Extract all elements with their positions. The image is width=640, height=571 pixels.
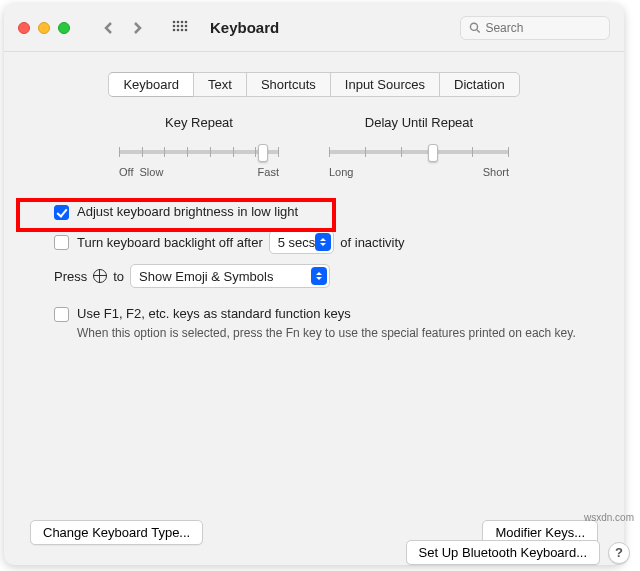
key-repeat-off-label: Off: [119, 166, 133, 178]
fn-keys-checkbox[interactable]: [54, 307, 69, 322]
titlebar: Keyboard: [4, 4, 624, 52]
watermark-text: wsxdn.com: [584, 512, 634, 523]
key-repeat-slider[interactable]: [119, 142, 279, 162]
delay-title: Delay Until Repeat: [329, 115, 509, 130]
key-repeat-fast-label: Fast: [258, 166, 279, 178]
svg-point-12: [470, 23, 477, 30]
adjust-brightness-checkbox[interactable]: [54, 205, 69, 220]
backlight-off-checkbox[interactable]: [54, 235, 69, 250]
close-icon[interactable]: [18, 22, 30, 34]
zoom-icon[interactable]: [58, 22, 70, 34]
key-repeat-title: Key Repeat: [119, 115, 279, 130]
search-icon: [469, 21, 480, 34]
fn-keys-label: Use F1, F2, etc. keys as standard functi…: [77, 306, 351, 321]
tab-keyboard[interactable]: Keyboard: [108, 72, 194, 97]
delay-long-label: Long: [329, 166, 353, 178]
key-repeat-group: Key Repeat Off Slow Fast: [119, 115, 279, 178]
tab-input-sources[interactable]: Input Sources: [330, 72, 440, 97]
svg-point-7: [185, 24, 188, 27]
svg-point-9: [177, 28, 180, 31]
svg-point-6: [181, 24, 184, 27]
tab-shortcuts[interactable]: Shortcuts: [246, 72, 331, 97]
change-keyboard-type-button[interactable]: Change Keyboard Type...: [30, 520, 203, 545]
pane-body: Keyboard Text Shortcuts Input Sources Di…: [4, 52, 624, 565]
forward-button[interactable]: [124, 15, 150, 41]
globe-action-value: Show Emoji & Symbols: [139, 269, 273, 284]
show-all-icon[interactable]: [170, 18, 190, 38]
fn-keys-description: When this option is selected, press the …: [77, 325, 576, 342]
press-label: Press: [54, 269, 87, 284]
tab-bar: Keyboard Text Shortcuts Input Sources Di…: [108, 72, 519, 97]
svg-point-5: [177, 24, 180, 27]
backlight-off-row: Turn keyboard backlight off after 5 secs…: [54, 230, 594, 254]
window-controls: [18, 22, 70, 34]
svg-point-4: [173, 24, 176, 27]
svg-point-2: [181, 20, 184, 23]
globe-icon: [93, 269, 107, 283]
help-button[interactable]: ?: [608, 542, 630, 564]
preferences-window: Keyboard Keyboard Text Shortcuts Input S…: [4, 4, 624, 565]
backlight-off-suffix: of inactivity: [340, 235, 404, 250]
press-globe-row: Press to Show Emoji & Symbols: [24, 264, 604, 288]
to-label: to: [113, 269, 124, 284]
key-repeat-slow-label: Slow: [139, 166, 257, 178]
tab-dictation[interactable]: Dictation: [439, 72, 520, 97]
back-button[interactable]: [96, 15, 122, 41]
svg-point-0: [173, 20, 176, 23]
svg-line-13: [477, 30, 480, 33]
svg-point-1: [177, 20, 180, 23]
svg-point-8: [173, 28, 176, 31]
select-arrows-icon: [315, 233, 331, 251]
fn-keys-row: Use F1, F2, etc. keys as standard functi…: [54, 306, 594, 342]
backlight-duration-select[interactable]: 5 secs: [269, 230, 335, 254]
search-field[interactable]: [460, 16, 610, 40]
delay-slider[interactable]: [329, 142, 509, 162]
adjust-brightness-label: Adjust keyboard brightness in low light: [77, 204, 298, 219]
adjust-brightness-row: Adjust keyboard brightness in low light: [54, 204, 594, 220]
window-title: Keyboard: [210, 19, 279, 36]
svg-point-10: [181, 28, 184, 31]
svg-point-3: [185, 20, 188, 23]
search-input[interactable]: [485, 21, 601, 35]
backlight-off-prefix: Turn keyboard backlight off after: [77, 235, 263, 250]
backlight-duration-value: 5 secs: [278, 235, 316, 250]
options-section: Adjust keyboard brightness in low light …: [24, 204, 604, 264]
sliders-row: Key Repeat Off Slow Fast Delay Until Rep…: [24, 115, 604, 178]
bluetooth-keyboard-button[interactable]: Set Up Bluetooth Keyboard...: [406, 540, 600, 565]
delay-short-label: Short: [483, 166, 509, 178]
bottom-toolbar: Set Up Bluetooth Keyboard... ?: [406, 540, 630, 565]
nav-buttons: [96, 15, 150, 41]
select-arrows-icon: [311, 267, 327, 285]
delay-group: Delay Until Repeat Long Short: [329, 115, 509, 178]
svg-point-11: [185, 28, 188, 31]
tab-text[interactable]: Text: [193, 72, 247, 97]
minimize-icon[interactable]: [38, 22, 50, 34]
globe-action-select[interactable]: Show Emoji & Symbols: [130, 264, 330, 288]
